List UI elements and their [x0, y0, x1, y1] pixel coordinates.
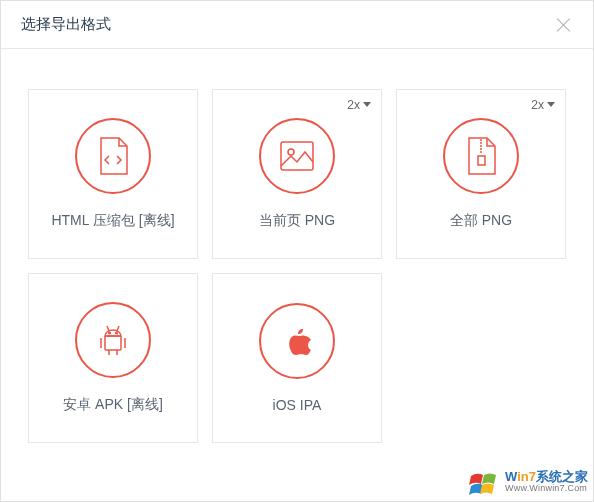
- watermark: Win7系统之家 Www.Winwin7.Com: [469, 468, 588, 496]
- apple-icon: [259, 303, 335, 379]
- export-format-dialog: 选择导出格式 HTML 压缩包 [离线] 2x: [0, 0, 594, 502]
- svg-rect-2: [478, 156, 485, 165]
- chevron-down-icon: [547, 102, 555, 108]
- svg-point-10: [109, 332, 111, 334]
- scale-value: 2x: [531, 98, 544, 112]
- close-icon[interactable]: [555, 16, 573, 34]
- svg-line-3: [107, 326, 109, 331]
- chevron-down-icon: [363, 102, 371, 108]
- dialog-title: 选择导出格式: [21, 15, 111, 34]
- export-option-all-png[interactable]: 2x 全部 PNG: [396, 89, 566, 259]
- export-option-html-zip[interactable]: HTML 压缩包 [离线]: [28, 89, 198, 259]
- svg-rect-5: [105, 336, 121, 350]
- code-file-icon: [75, 118, 151, 194]
- export-option-ios-ipa[interactable]: iOS IPA: [212, 273, 382, 443]
- android-icon: [75, 302, 151, 378]
- svg-point-1: [288, 149, 294, 155]
- card-label: 安卓 APK [离线]: [63, 396, 163, 414]
- image-icon: [259, 118, 335, 194]
- card-label: 当前页 PNG: [259, 212, 335, 230]
- format-grid: HTML 压缩包 [离线] 2x 当前页 PNG 2x: [1, 49, 593, 467]
- scale-badge[interactable]: 2x: [347, 98, 371, 112]
- export-option-android-apk[interactable]: 安卓 APK [离线]: [28, 273, 198, 443]
- scale-value: 2x: [347, 98, 360, 112]
- zip-icon: [443, 118, 519, 194]
- windows-logo-icon: [469, 468, 501, 496]
- export-option-current-png[interactable]: 2x 当前页 PNG: [212, 89, 382, 259]
- card-label: 全部 PNG: [450, 212, 512, 230]
- card-label: iOS IPA: [273, 397, 322, 413]
- scale-badge[interactable]: 2x: [531, 98, 555, 112]
- svg-point-11: [116, 332, 118, 334]
- svg-line-4: [117, 326, 119, 331]
- watermark-text: Win7系统之家 Www.Winwin7.Com: [505, 470, 588, 493]
- dialog-header: 选择导出格式: [1, 1, 593, 49]
- card-label: HTML 压缩包 [离线]: [51, 212, 174, 230]
